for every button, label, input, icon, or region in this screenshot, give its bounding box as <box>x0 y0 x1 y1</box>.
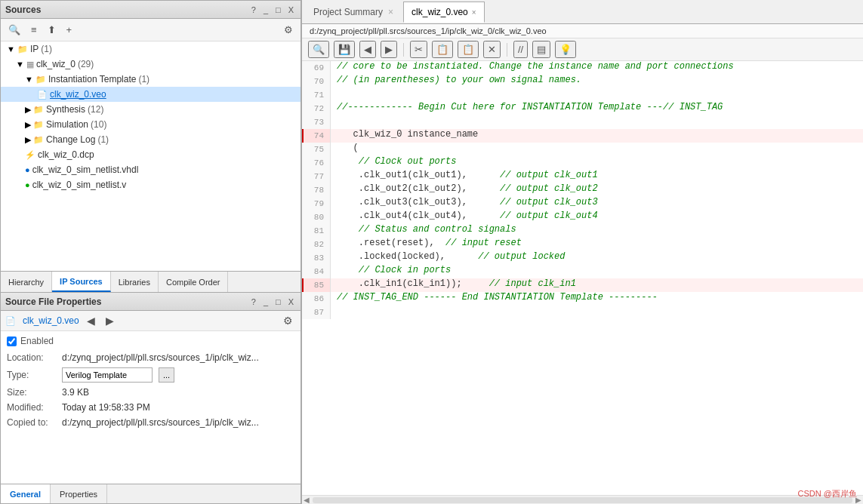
line-content: .clk_out1(clk_out1), // output clk_out1 <box>331 170 863 183</box>
code-line: 73 <box>302 115 863 129</box>
prop-min-btn[interactable]: _ <box>261 297 270 307</box>
prop-max-btn[interactable]: □ <box>273 297 283 307</box>
editor-save-btn[interactable]: 💾 <box>334 41 355 58</box>
prop-size-label: Size: <box>7 387 56 398</box>
line-content: .reset(reset), // input reset <box>331 238 863 251</box>
file-icon-vhdl: ● <box>25 165 30 174</box>
tree-label-synthesis: Synthesis <box>46 104 85 115</box>
tree-label-dcp: clk_wiz_0.dcp <box>38 149 94 160</box>
line-number: 71 <box>302 88 331 102</box>
prop-forward-btn[interactable]: ▶ <box>103 314 117 327</box>
code-line: 72//------------ Begin Cut here for INST… <box>302 102 863 115</box>
tab-clk-veo[interactable]: clk_wiz_0.veo × <box>403 2 485 23</box>
prop-browse-btn[interactable]: ... <box>159 367 174 383</box>
code-area[interactable]: 69// core to be instantiated. Change the… <box>302 61 863 495</box>
tree-item-inst-template[interactable]: ▼ 📁 Instantiation Template (1) <box>1 72 301 87</box>
editor-search-btn[interactable]: 🔍 <box>308 41 329 58</box>
code-line: 76 // Clock out ports <box>302 156 863 170</box>
tab-project-summary[interactable]: Project Summary × <box>305 2 403 23</box>
line-content <box>331 115 863 129</box>
tree-label-inst-template: Instantiation Template <box>48 74 137 85</box>
tree-label-vhdl: clk_wiz_0_sim_netlist.vhdl <box>32 164 139 175</box>
sources-min-btn[interactable]: _ <box>261 5 270 15</box>
bottom-tab-general[interactable]: General <box>1 484 51 503</box>
editor-format-btn[interactable]: ▤ <box>532 41 550 58</box>
line-content: clk_wiz_0 instance_name <box>331 129 863 143</box>
prop-type-input[interactable] <box>62 367 153 383</box>
collapse-btn[interactable]: ≡ <box>28 23 40 37</box>
line-number: 72 <box>302 102 331 115</box>
prop-location-value: d:/zynq_project/pll/pll.srcs/sources_1/i… <box>62 352 259 363</box>
tree-count-simulation: (10) <box>91 119 106 130</box>
expand-arrow-inst-template: ▼ <box>25 75 33 84</box>
main-layout: Sources ? _ □ X 🔍 ≡ ⬆ + ⚙ ▼ <box>0 0 863 504</box>
prop-file-icon: 📄 <box>5 316 16 326</box>
editor-redo-btn[interactable]: ▶ <box>381 41 397 58</box>
enabled-checkbox[interactable] <box>7 337 17 346</box>
expand-btn[interactable]: ⬆ <box>45 23 59 37</box>
line-content: // Clock out ports <box>331 156 863 170</box>
editor-paste-btn[interactable]: 📋 <box>458 41 479 58</box>
prop-copied-label: Copied to: <box>7 417 56 428</box>
prop-close-btn[interactable]: X <box>286 297 296 307</box>
toolbar-sep-2 <box>507 43 507 57</box>
line-number: 80 <box>302 211 331 224</box>
expand-arrow-change-log: ▶ <box>25 135 31 145</box>
tab-hierarchy[interactable]: Hierarchy <box>1 272 52 292</box>
editor-toolbar: 🔍 💾 ◀ ▶ ✂ 📋 📋 ✕ // ▤ 💡 <box>302 38 863 61</box>
tab-ip-sources[interactable]: IP Sources <box>52 272 111 292</box>
line-number: 78 <box>302 183 331 197</box>
tab-libraries[interactable]: Libraries <box>111 272 159 292</box>
tab-clk-veo-close[interactable]: × <box>472 8 476 17</box>
prop-copied-row: Copied to: d:/zynq_project/pll/pll.srcs/… <box>7 417 294 428</box>
properties-panel: Source File Properties ? _ □ X 📄 clk_wiz… <box>0 293 301 504</box>
editor-cut-btn[interactable]: ✂ <box>410 41 427 58</box>
prop-back-btn[interactable]: ◀ <box>84 314 98 327</box>
prop-settings-btn[interactable]: ⚙ <box>280 314 296 327</box>
tab-compile-order[interactable]: Compile Order <box>159 272 229 292</box>
editor-panel: Project Summary × clk_wiz_0.veo × d:/zyn… <box>302 0 863 504</box>
properties-titlebar: Source File Properties ? _ □ X <box>1 293 301 311</box>
tree-item-v[interactable]: ● clk_wiz_0_sim_netlist.v <box>1 177 301 192</box>
bottom-tab-properties[interactable]: Properties <box>51 484 107 503</box>
properties-bottom-tabs: General Properties <box>1 484 301 503</box>
code-line: 77 .clk_out1(clk_out1), // output clk_ou… <box>302 170 863 183</box>
sources-max-btn[interactable]: □ <box>273 5 283 15</box>
sources-title: Sources <box>5 5 41 15</box>
editor-undo-btn[interactable]: ◀ <box>359 41 376 58</box>
folder-icon-ip: 📁 <box>17 45 28 54</box>
settings-btn[interactable]: ⚙ <box>281 23 296 37</box>
search-btn[interactable]: 🔍 <box>5 23 23 37</box>
tree-item-clk-wiz[interactable]: ▼ ▦ clk_wiz_0 (29) <box>1 57 301 72</box>
prop-modified-row: Modified: Today at 19:58:33 PM <box>7 402 294 413</box>
line-number: 74 <box>302 129 331 143</box>
tree-item-ip[interactable]: ▼ 📁 IP (1) <box>1 41 301 57</box>
tree-item-dcp[interactable]: ⚡ clk_wiz_0.dcp <box>1 147 301 162</box>
sources-toolbar: 🔍 ≡ ⬆ + ⚙ <box>1 19 301 41</box>
prop-help-btn[interactable]: ? <box>249 297 258 307</box>
line-number: 73 <box>302 115 331 129</box>
tree-item-clk-veo[interactable]: 📄 clk_wiz_0.veo <box>1 87 301 102</box>
tree-item-synthesis[interactable]: ▶ 📁 Synthesis (12) <box>1 102 301 117</box>
code-line: 79 .clk_out3(clk_out3), // output clk_ou… <box>302 197 863 211</box>
line-number: 79 <box>302 197 331 211</box>
editor-comment-btn[interactable]: // <box>513 41 528 58</box>
tab-clk-veo-label: clk_wiz_0.veo <box>411 7 468 17</box>
sources-close-btn[interactable]: X <box>286 5 296 15</box>
add-btn[interactable]: + <box>63 23 76 37</box>
prop-filename: clk_wiz_0.veo <box>23 315 79 326</box>
sources-help-btn[interactable]: ? <box>249 5 258 15</box>
code-scrollbar[interactable]: ◀ ▶ <box>302 495 863 504</box>
code-line: 75 ( <box>302 143 863 156</box>
editor-assist-btn[interactable]: 💡 <box>555 41 576 58</box>
tree-label-change-log: Change Log <box>46 134 95 145</box>
tree-item-change-log[interactable]: ▶ 📁 Change Log (1) <box>1 132 301 147</box>
tab-project-summary-label: Project Summary <box>313 7 383 17</box>
line-content: // core to be instantiated. Change the i… <box>331 61 863 75</box>
editor-delete-btn[interactable]: ✕ <box>483 41 501 58</box>
code-line: 74 clk_wiz_0 instance_name <box>302 129 863 143</box>
tree-item-simulation[interactable]: ▶ 📁 Simulation (10) <box>1 117 301 132</box>
code-line: 70// (in parentheses) to your own signal… <box>302 75 863 88</box>
tree-item-vhdl[interactable]: ● clk_wiz_0_sim_netlist.vhdl <box>1 162 301 177</box>
editor-copy-btn[interactable]: 📋 <box>432 41 453 58</box>
